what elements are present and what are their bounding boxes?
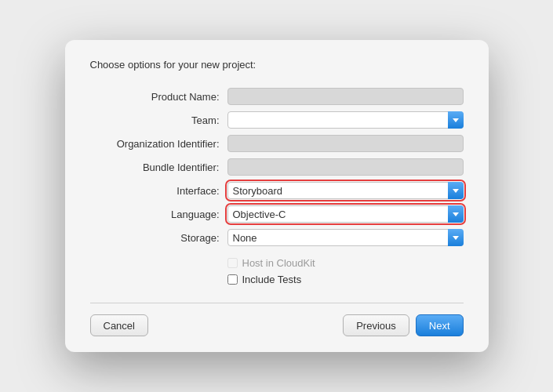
language-row: Language: Objective-C Swift bbox=[90, 205, 464, 223]
include-tests-row: Include Tests bbox=[227, 274, 464, 285]
cancel-button[interactable]: Cancel bbox=[90, 314, 148, 336]
bundle-identifier-input[interactable] bbox=[227, 158, 464, 176]
previous-button[interactable]: Previous bbox=[343, 314, 409, 336]
storage-row: Storage: None Core Data bbox=[90, 229, 464, 246]
storage-select-wrapper: None Core Data bbox=[227, 229, 464, 246]
cloudkit-row: Host in CloudKit bbox=[227, 257, 464, 269]
bundle-identifier-label: Bundle Identifier: bbox=[90, 162, 227, 173]
dialog-title: Choose options for your new project: bbox=[90, 59, 464, 71]
next-button[interactable]: Next bbox=[416, 314, 464, 336]
storage-label: Storage: bbox=[90, 232, 227, 244]
org-identifier-label: Organization Identifier: bbox=[90, 138, 227, 150]
form-area: Product Name: Team: Organization Identif… bbox=[90, 88, 464, 290]
checkboxes-area: Host in CloudKit Include Tests bbox=[227, 257, 464, 290]
product-name-input[interactable] bbox=[227, 88, 464, 105]
include-tests-checkbox[interactable] bbox=[227, 274, 238, 285]
product-name-row: Product Name: bbox=[90, 88, 464, 105]
divider bbox=[90, 303, 464, 303]
interface-select-wrapper: Storyboard SwiftUI bbox=[227, 182, 464, 199]
bundle-identifier-row: Bundle Identifier: bbox=[90, 158, 464, 176]
org-identifier-input[interactable] bbox=[227, 135, 464, 152]
bottom-bar: Cancel Previous Next bbox=[90, 314, 464, 336]
interface-label: Interface: bbox=[90, 185, 227, 197]
team-label: Team: bbox=[90, 114, 227, 126]
team-select[interactable] bbox=[227, 111, 464, 129]
team-row: Team: bbox=[90, 111, 464, 129]
team-select-wrapper bbox=[227, 111, 464, 129]
storage-select[interactable]: None Core Data bbox=[227, 229, 464, 246]
product-name-label: Product Name: bbox=[90, 91, 227, 103]
org-identifier-row: Organization Identifier: bbox=[90, 135, 464, 152]
new-project-dialog: Choose options for your new project: Pro… bbox=[65, 40, 489, 352]
cloudkit-label: Host in CloudKit bbox=[242, 257, 315, 269]
language-label: Language: bbox=[90, 209, 227, 220]
language-select[interactable]: Objective-C Swift bbox=[227, 205, 464, 223]
include-tests-label: Include Tests bbox=[242, 274, 302, 285]
interface-select[interactable]: Storyboard SwiftUI bbox=[227, 182, 464, 199]
interface-row: Interface: Storyboard SwiftUI bbox=[90, 182, 464, 199]
language-select-wrapper: Objective-C Swift bbox=[227, 205, 464, 223]
cloudkit-checkbox[interactable] bbox=[227, 258, 238, 268]
